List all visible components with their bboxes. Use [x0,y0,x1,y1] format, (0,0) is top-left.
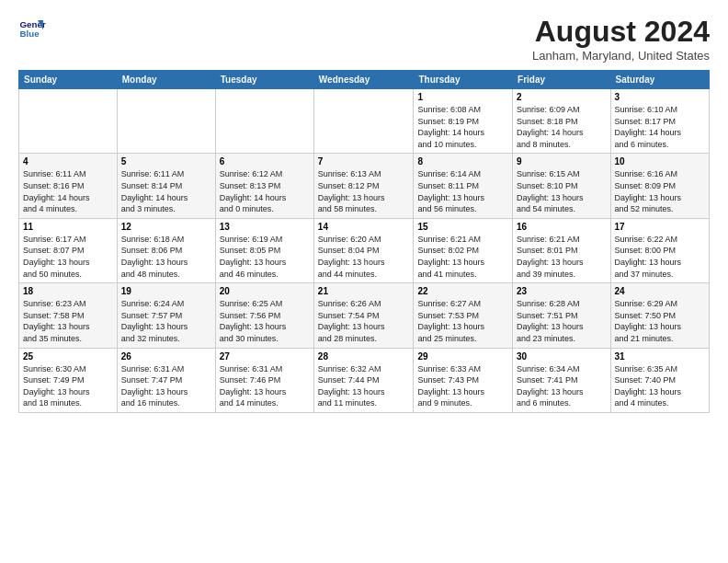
day-number: 28 [318,351,410,362]
title-block: August 2024 Lanham, Maryland, United Sta… [532,15,710,63]
weekday-header-row: SundayMondayTuesdayWednesdayThursdayFrid… [19,71,710,89]
calendar-table: SundayMondayTuesdayWednesdayThursdayFrid… [18,70,710,413]
day-info: Sunrise: 6:23 AM Sunset: 7:58 PM Dayligh… [23,298,113,344]
day-info: Sunrise: 6:19 AM Sunset: 8:05 PM Dayligh… [220,234,310,280]
day-cell [19,89,118,154]
day-number: 12 [121,222,211,232]
day-number: 11 [23,222,113,232]
day-info: Sunrise: 6:20 AM Sunset: 8:04 PM Dayligh… [318,234,410,280]
weekday-header-thursday: Thursday [414,71,513,89]
day-cell: 9Sunrise: 6:15 AM Sunset: 8:10 PM Daylig… [513,154,610,218]
day-number: 15 [417,222,508,232]
weekday-header-monday: Monday [117,71,215,89]
day-info: Sunrise: 6:14 AM Sunset: 8:11 PM Dayligh… [417,168,508,214]
day-info: Sunrise: 6:16 AM Sunset: 8:09 PM Dayligh… [615,168,705,214]
day-number: 2 [517,92,606,102]
day-info: Sunrise: 6:17 AM Sunset: 8:07 PM Dayligh… [23,234,113,280]
day-info: Sunrise: 6:25 AM Sunset: 7:56 PM Dayligh… [220,298,310,344]
day-info: Sunrise: 6:30 AM Sunset: 7:49 PM Dayligh… [23,363,113,409]
day-cell: 25Sunrise: 6:30 AM Sunset: 7:49 PM Dayli… [19,348,118,412]
day-info: Sunrise: 6:28 AM Sunset: 7:51 PM Dayligh… [517,298,606,344]
weekday-header-saturday: Saturday [610,71,709,89]
day-info: Sunrise: 6:12 AM Sunset: 8:13 PM Dayligh… [220,168,310,214]
day-number: 7 [318,156,410,167]
day-info: Sunrise: 6:11 AM Sunset: 8:14 PM Dayligh… [121,168,211,214]
week-row-3: 11Sunrise: 6:17 AM Sunset: 8:07 PM Dayli… [19,218,710,282]
day-cell: 11Sunrise: 6:17 AM Sunset: 8:07 PM Dayli… [19,218,118,282]
page: General Blue August 2024 Lanham, Marylan… [0,0,728,563]
day-cell [313,89,414,154]
day-info: Sunrise: 6:09 AM Sunset: 8:18 PM Dayligh… [517,104,606,150]
week-row-2: 4Sunrise: 6:11 AM Sunset: 8:16 PM Daylig… [19,154,710,218]
logo-icon: General Blue [18,15,46,42]
weekday-header-tuesday: Tuesday [215,71,313,89]
day-info: Sunrise: 6:31 AM Sunset: 7:46 PM Dayligh… [220,363,310,409]
day-number: 27 [220,351,310,362]
day-cell: 18Sunrise: 6:23 AM Sunset: 7:58 PM Dayli… [19,283,118,348]
day-cell: 5Sunrise: 6:11 AM Sunset: 8:14 PM Daylig… [117,154,215,218]
day-number: 1 [417,92,508,102]
day-number: 23 [517,286,606,296]
day-info: Sunrise: 6:27 AM Sunset: 7:53 PM Dayligh… [417,298,508,344]
day-number: 16 [517,222,606,232]
day-cell: 26Sunrise: 6:31 AM Sunset: 7:47 PM Dayli… [117,348,215,412]
day-info: Sunrise: 6:34 AM Sunset: 7:41 PM Dayligh… [517,363,606,409]
day-cell: 22Sunrise: 6:27 AM Sunset: 7:53 PM Dayli… [414,283,513,348]
day-cell: 2Sunrise: 6:09 AM Sunset: 8:18 PM Daylig… [513,89,610,154]
day-cell: 19Sunrise: 6:24 AM Sunset: 7:57 PM Dayli… [117,283,215,348]
day-cell [215,89,313,154]
day-info: Sunrise: 6:21 AM Sunset: 8:02 PM Dayligh… [417,234,508,280]
day-cell [117,89,215,154]
day-cell: 10Sunrise: 6:16 AM Sunset: 8:09 PM Dayli… [610,154,709,218]
day-cell: 13Sunrise: 6:19 AM Sunset: 8:05 PM Dayli… [215,218,313,282]
day-info: Sunrise: 6:26 AM Sunset: 7:54 PM Dayligh… [318,298,410,344]
weekday-header-friday: Friday [513,71,610,89]
day-info: Sunrise: 6:35 AM Sunset: 7:40 PM Dayligh… [615,363,705,409]
day-cell: 29Sunrise: 6:33 AM Sunset: 7:43 PM Dayli… [414,348,513,412]
day-cell: 4Sunrise: 6:11 AM Sunset: 8:16 PM Daylig… [19,154,118,218]
day-cell: 7Sunrise: 6:13 AM Sunset: 8:12 PM Daylig… [313,154,414,218]
day-cell: 24Sunrise: 6:29 AM Sunset: 7:50 PM Dayli… [610,283,709,348]
day-number: 9 [517,156,606,167]
day-cell: 12Sunrise: 6:18 AM Sunset: 8:06 PM Dayli… [117,218,215,282]
day-number: 3 [615,92,705,102]
day-info: Sunrise: 6:11 AM Sunset: 8:16 PM Dayligh… [23,168,113,214]
day-info: Sunrise: 6:33 AM Sunset: 7:43 PM Dayligh… [417,363,508,409]
day-number: 21 [318,286,410,296]
weekday-header-sunday: Sunday [19,71,118,89]
day-number: 30 [517,351,606,362]
day-info: Sunrise: 6:18 AM Sunset: 8:06 PM Dayligh… [121,234,211,280]
day-cell: 16Sunrise: 6:21 AM Sunset: 8:01 PM Dayli… [513,218,610,282]
logo: General Blue [18,15,46,42]
day-info: Sunrise: 6:32 AM Sunset: 7:44 PM Dayligh… [318,363,410,409]
day-number: 13 [220,222,310,232]
day-cell: 23Sunrise: 6:28 AM Sunset: 7:51 PM Dayli… [513,283,610,348]
day-cell: 14Sunrise: 6:20 AM Sunset: 8:04 PM Dayli… [313,218,414,282]
day-info: Sunrise: 6:21 AM Sunset: 8:01 PM Dayligh… [517,234,606,280]
header: General Blue August 2024 Lanham, Marylan… [18,15,710,63]
day-number: 17 [615,222,705,232]
day-cell: 8Sunrise: 6:14 AM Sunset: 8:11 PM Daylig… [414,154,513,218]
day-cell: 20Sunrise: 6:25 AM Sunset: 7:56 PM Dayli… [215,283,313,348]
day-number: 20 [220,286,310,296]
day-number: 18 [23,286,113,296]
day-number: 19 [121,286,211,296]
location: Lanham, Maryland, United States [532,49,710,63]
day-cell: 1Sunrise: 6:08 AM Sunset: 8:19 PM Daylig… [414,89,513,154]
svg-text:Blue: Blue [20,29,40,39]
day-info: Sunrise: 6:15 AM Sunset: 8:10 PM Dayligh… [517,168,606,214]
day-cell: 28Sunrise: 6:32 AM Sunset: 7:44 PM Dayli… [313,348,414,412]
day-number: 24 [615,286,705,296]
day-number: 10 [615,156,705,167]
day-info: Sunrise: 6:13 AM Sunset: 8:12 PM Dayligh… [318,168,410,214]
day-number: 29 [417,351,508,362]
day-number: 25 [23,351,113,362]
day-cell: 21Sunrise: 6:26 AM Sunset: 7:54 PM Dayli… [313,283,414,348]
day-info: Sunrise: 6:29 AM Sunset: 7:50 PM Dayligh… [615,298,705,344]
day-cell: 27Sunrise: 6:31 AM Sunset: 7:46 PM Dayli… [215,348,313,412]
day-info: Sunrise: 6:10 AM Sunset: 8:17 PM Dayligh… [615,104,705,150]
day-cell: 6Sunrise: 6:12 AM Sunset: 8:13 PM Daylig… [215,154,313,218]
week-row-1: 1Sunrise: 6:08 AM Sunset: 8:19 PM Daylig… [19,89,710,154]
week-row-4: 18Sunrise: 6:23 AM Sunset: 7:58 PM Dayli… [19,283,710,348]
day-number: 22 [417,286,508,296]
